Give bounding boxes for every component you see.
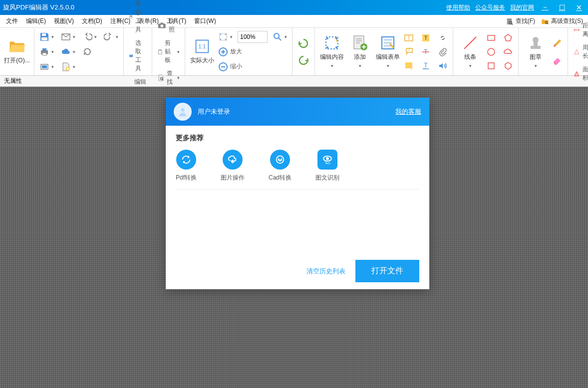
find-button[interactable]: 查找(F): [503, 16, 538, 26]
attach-tool[interactable]: [436, 46, 450, 58]
svg-rect-18: [158, 50, 162, 54]
zoom-out-button[interactable]: 缩小: [216, 61, 289, 73]
svg-point-16: [161, 24, 164, 27]
email-button[interactable]: ▾: [59, 31, 77, 43]
open-button[interactable]: 打开(O)...: [3, 30, 31, 74]
avatar[interactable]: [174, 103, 192, 121]
help-link[interactable]: 使用帮助: [446, 3, 470, 12]
sound-icon: [438, 61, 448, 71]
perimeter-tool[interactable]: 周长▾: [571, 42, 588, 61]
new-button[interactable]: ▾: [59, 61, 77, 73]
polygon-tool[interactable]: [501, 32, 515, 44]
hand-tool[interactable]: 手形工具: [127, 0, 149, 35]
snapshot-tool[interactable]: 快照: [155, 16, 182, 35]
svg-rect-17: [161, 22, 164, 24]
callout-tool[interactable]: T: [402, 46, 416, 58]
sound-tool[interactable]: [436, 60, 450, 72]
zoom-in-icon: [218, 47, 228, 57]
svg-text:Text: Text: [325, 162, 330, 165]
svg-text:T: T: [130, 54, 132, 57]
fit-tool[interactable]: ▾: [216, 31, 235, 43]
rec-pdf-convert[interactable]: Pdf转换: [176, 150, 197, 182]
website-link[interactable]: 我的官网: [510, 3, 534, 12]
polygon-icon: [503, 33, 513, 43]
svg-point-32: [335, 46, 337, 48]
menu-edit[interactable]: 编辑(E): [22, 15, 50, 27]
rec-cad-convert[interactable]: Cad转换: [269, 150, 292, 182]
paperclip-icon: [438, 47, 448, 57]
underline-tool[interactable]: T: [419, 60, 433, 72]
fit-icon: [218, 32, 228, 42]
open-file-button[interactable]: 打开文件: [355, 260, 419, 282]
edit-form-button[interactable]: 编辑表单▾: [374, 30, 402, 74]
undo-button[interactable]: ▾: [80, 31, 99, 43]
cloud-icon: [61, 47, 71, 57]
property-bar: 无属性: [0, 76, 588, 87]
distance-icon: [573, 25, 581, 35]
svg-text:T: T: [335, 36, 339, 43]
menu-document[interactable]: 文档(D): [78, 15, 106, 27]
rectangle-tool[interactable]: [484, 32, 498, 44]
svg-point-46: [488, 48, 495, 55]
text-select-icon: T: [129, 51, 133, 61]
add-icon: [352, 35, 368, 51]
link-icon: [438, 33, 448, 43]
dialog-header: 用户未登录 我的客服: [166, 98, 429, 126]
hand-icon: [129, 12, 133, 22]
cloud-button[interactable]: ▾: [59, 46, 77, 58]
highlight-tool[interactable]: T: [419, 32, 433, 44]
rec-image-ops[interactable]: 图片操作: [221, 150, 245, 182]
refresh-button[interactable]: [80, 46, 94, 58]
support-link[interactable]: 我的客服: [395, 107, 421, 116]
actual-size-button[interactable]: 1:1 实际大小: [188, 30, 216, 74]
svg-point-51: [181, 108, 184, 112]
svg-rect-2: [42, 33, 46, 36]
add-button[interactable]: 添加▾: [346, 30, 374, 74]
square-tool[interactable]: [484, 60, 498, 72]
hexagon-tool[interactable]: [501, 60, 515, 72]
minimize-button[interactable]: －: [539, 3, 551, 12]
wechat-link[interactable]: 公众号服务: [475, 3, 505, 12]
save-button[interactable]: ▾: [37, 31, 56, 43]
menu-view[interactable]: 视图(V): [50, 15, 78, 27]
clipboard-tool[interactable]: 剪贴板▾: [155, 38, 182, 65]
circle-tool[interactable]: [484, 46, 498, 58]
area-tool[interactable]: 面积▾: [571, 64, 588, 83]
edit-content-button[interactable]: T 编辑内容▾: [318, 30, 346, 74]
edit-form-icon: [380, 35, 396, 51]
clipboard-icon: [157, 47, 163, 57]
menu-file[interactable]: 文件: [2, 15, 22, 27]
rotate-cw-button[interactable]: [295, 53, 311, 67]
distance-tool[interactable]: 距离▾: [571, 20, 588, 39]
menu-window[interactable]: 窗口(W): [190, 15, 220, 27]
scan-button[interactable]: ▾: [37, 61, 56, 73]
find-tool[interactable]: 查找▾: [155, 68, 182, 87]
select-tool[interactable]: T选取工具: [127, 38, 149, 74]
edit-content-icon: T: [324, 35, 340, 51]
pencil-tool[interactable]: [550, 37, 565, 50]
zoom-input[interactable]: [238, 31, 268, 43]
rotate-ccw-button[interactable]: [295, 36, 311, 50]
rec-ocr[interactable]: Text 图文识别: [315, 150, 339, 182]
cloud-shape-tool[interactable]: [501, 46, 515, 58]
zoom-in-button[interactable]: 放大: [216, 46, 289, 58]
maximize-button[interactable]: ☐: [556, 3, 568, 11]
text-box-tool[interactable]: T: [402, 32, 416, 44]
svg-rect-49: [534, 42, 538, 46]
link-tool[interactable]: [436, 32, 450, 44]
zoom-out-icon: [218, 62, 228, 72]
line-icon: [462, 35, 478, 51]
strikethrough-tool[interactable]: T: [419, 46, 433, 58]
zoom-tool[interactable]: ▾: [271, 31, 289, 43]
print-button[interactable]: ▾: [37, 46, 56, 58]
clear-history-link[interactable]: 清空历史列表: [306, 267, 345, 276]
svg-rect-7: [42, 53, 46, 55]
stamps-button[interactable]: 图章▾: [522, 30, 550, 74]
close-button[interactable]: ✕: [573, 3, 585, 11]
note-tool[interactable]: [402, 60, 416, 72]
redo-button[interactable]: ▾: [102, 31, 120, 43]
lines-button[interactable]: 线条▾: [456, 30, 484, 74]
svg-text:T: T: [424, 62, 428, 69]
eraser-tool[interactable]: [550, 54, 565, 67]
property-text: 无属性: [4, 77, 22, 85]
